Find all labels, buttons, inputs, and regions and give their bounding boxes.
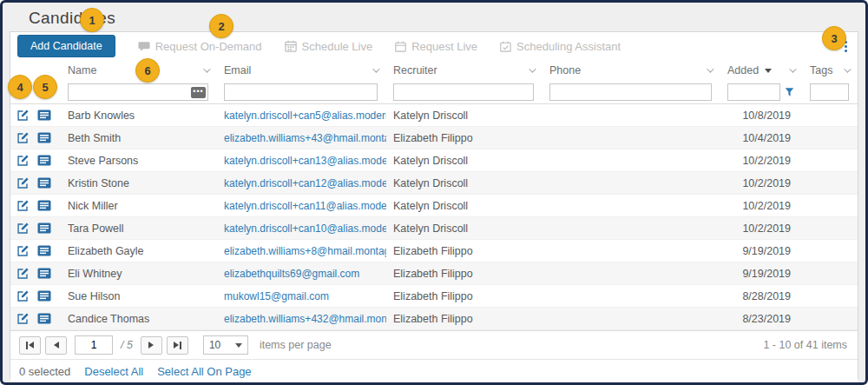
edit-candidate-icon[interactable] [16, 131, 30, 144]
first-page-button[interactable] [19, 336, 41, 355]
chevron-down-icon[interactable] [707, 65, 713, 72]
add-candidate-button[interactable]: Add Candidate [17, 35, 115, 57]
cell-email-link[interactable]: katelyn.driscoll+can5@alias.modernhire.c… [217, 110, 386, 122]
edit-candidate-icon[interactable] [16, 176, 30, 189]
column-label-name: Name [68, 64, 96, 76]
chevron-down-icon[interactable] [844, 65, 851, 72]
table-row[interactable]: Barb Knowles katelyn.driscoll+can5@alias… [10, 104, 858, 127]
callout-badge-5: 5 [33, 75, 57, 99]
chevron-down-icon[interactable] [372, 65, 379, 72]
cell-email-link[interactable]: elizabeth.williams+432@hmail.montageta..… [217, 313, 386, 325]
edit-candidate-icon[interactable] [16, 267, 30, 280]
tags-filter-input[interactable] [810, 83, 849, 101]
candidate-card-icon[interactable] [37, 313, 51, 324]
candidate-card-icon[interactable] [37, 290, 51, 302]
column-label-added: Added [727, 64, 759, 76]
chevron-down-icon[interactable] [203, 65, 210, 72]
sort-desc-icon [765, 69, 772, 73]
added-filter-input[interactable] [727, 83, 780, 101]
edit-candidate-icon[interactable] [16, 244, 30, 257]
request-live-button[interactable]: Request Live [395, 40, 477, 53]
table-row[interactable]: Candice Thomas elizabeth.williams+432@hm… [10, 308, 858, 330]
cell-email-link[interactable]: elizabeth.williams+43@hmail.montagetal..… [217, 132, 386, 144]
phone-filter-input[interactable] [549, 83, 712, 101]
edit-candidate-icon[interactable] [16, 312, 30, 325]
cell-added: 10/2/2019 [720, 155, 803, 167]
table-row[interactable]: Sue Hilson mukowl15@gmail.com Elizabeth … [10, 285, 858, 308]
cell-recruiter: Elizabeth Filippo [386, 290, 542, 302]
table-row[interactable]: Eli Whitney elizabethquilts69@gmail.com … [10, 262, 858, 285]
edit-candidate-icon[interactable] [16, 154, 30, 167]
table-row[interactable]: Elizabeth Gayle elizabeth.williams+8@hma… [10, 240, 858, 262]
select-all-on-page-link[interactable]: Select All On Page [157, 365, 251, 378]
candidate-card-icon[interactable] [37, 155, 51, 166]
cell-email-link[interactable]: katelyn.driscoll+can13@alias.modernhire.… [217, 155, 386, 167]
page-size-select[interactable]: 10 [203, 335, 248, 355]
candidate-card-icon[interactable] [37, 268, 51, 279]
candidate-card-icon[interactable] [37, 245, 51, 256]
header-cell-tags[interactable]: Tags [803, 60, 858, 81]
cell-email-link[interactable]: katelyn.driscoll+can12@alias.modernhire.… [217, 177, 386, 189]
callout-badge-3: 3 [822, 26, 846, 50]
filter-cell-tags [803, 81, 858, 103]
candidate-card-icon[interactable] [37, 222, 51, 234]
row-actions [10, 312, 61, 325]
deselect-all-link[interactable]: Deselect All [84, 365, 143, 378]
header-cell-phone[interactable]: Phone [542, 60, 720, 81]
cell-added: 10/2/2019 [720, 200, 803, 212]
column-label-tags: Tags [810, 64, 832, 76]
chevron-down-icon[interactable] [529, 65, 536, 72]
table-row[interactable]: Beth Smith elizabeth.williams+43@hmail.m… [10, 127, 858, 149]
edit-candidate-icon[interactable] [16, 199, 30, 212]
page-number-input[interactable] [75, 335, 113, 355]
cell-email-link[interactable]: mukowl15@gmail.com [217, 290, 386, 302]
edit-candidate-icon[interactable] [16, 222, 30, 235]
scheduling-assistant-button[interactable]: Scheduling Assistant [500, 40, 621, 53]
cell-added: 10/8/2019 [720, 110, 803, 122]
candidate-card-icon[interactable] [37, 177, 51, 189]
candidate-card-icon[interactable] [37, 132, 51, 143]
candidate-card-icon[interactable] [37, 200, 51, 211]
page-count-label: / 5 [121, 339, 133, 351]
cell-added: 9/19/2019 [720, 245, 803, 257]
items-range-label: 1 - 10 of 41 items [763, 339, 847, 351]
candidate-card-icon[interactable] [37, 110, 51, 121]
cell-email-link[interactable]: katelyn.driscoll+can10@alias.modernhire.… [217, 222, 386, 235]
row-actions [10, 267, 61, 280]
filter-cell-email [217, 81, 386, 103]
cell-email-link[interactable]: elizabeth.williams+8@hmail.montagetalen.… [217, 245, 386, 257]
filter-funnel-icon[interactable] [785, 87, 794, 97]
edit-candidate-icon[interactable] [16, 109, 30, 122]
request-on-demand-label: Request On-Demand [155, 40, 262, 53]
request-live-label: Request Live [411, 40, 477, 53]
header-cell-recruiter[interactable]: Recruiter [386, 60, 542, 81]
email-filter-input[interactable] [224, 83, 378, 101]
last-page-button[interactable] [167, 336, 188, 355]
table-row[interactable]: Steve Parsons katelyn.driscoll+can13@ali… [10, 149, 858, 172]
table-row[interactable]: Tara Powell katelyn.driscoll+can10@alias… [10, 217, 858, 240]
schedule-live-button[interactable]: Schedule Live [285, 40, 373, 53]
cell-email-link[interactable]: elizabethquilts69@gmail.com [217, 268, 386, 280]
cell-recruiter: Katelyn Driscoll [386, 177, 542, 189]
recruiter-filter-input[interactable] [393, 83, 534, 101]
edit-candidate-icon[interactable] [16, 289, 30, 302]
cell-added: 10/2/2019 [720, 222, 803, 235]
previous-page-button[interactable] [45, 336, 67, 355]
cell-added: 9/19/2019 [720, 268, 803, 280]
callout-badge-1: 1 [80, 8, 104, 32]
header-cell-added[interactable]: Added [720, 60, 803, 81]
chevron-down-icon[interactable] [789, 65, 796, 72]
cell-email-link[interactable]: katelyn.driscoll+can11@alias.modernhire.… [217, 200, 386, 212]
cell-added: 10/2/2019 [720, 177, 803, 189]
header-cell-email[interactable]: Email [217, 60, 386, 81]
table-row[interactable]: Nick Miller katelyn.driscoll+can11@alias… [10, 195, 858, 217]
chat-bubble-icon [138, 41, 150, 52]
row-actions [10, 131, 61, 144]
request-on-demand-button[interactable]: Request On-Demand [138, 40, 262, 53]
cell-recruiter: Katelyn Driscoll [386, 200, 542, 212]
filter-options-icon[interactable]: ••• [191, 87, 206, 98]
cell-name: Sue Hilson [61, 290, 217, 302]
table-row[interactable]: Kristin Stone katelyn.driscoll+can12@ali… [10, 172, 858, 195]
name-filter-input[interactable] [68, 83, 208, 101]
next-page-button[interactable] [141, 336, 162, 355]
